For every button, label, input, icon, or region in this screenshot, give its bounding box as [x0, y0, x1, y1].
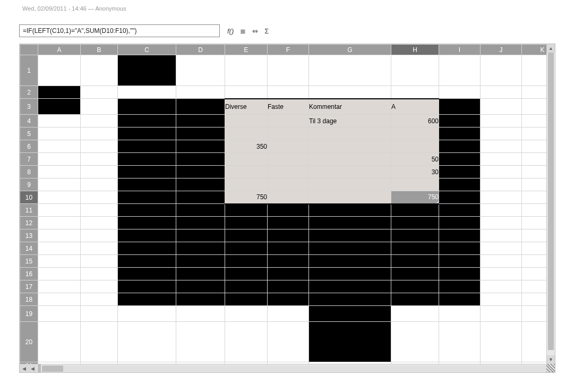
col-F[interactable]: F: [268, 45, 309, 55]
row-7: 7 50: [20, 153, 547, 166]
fill-handle[interactable]: [437, 202, 439, 204]
col-J[interactable]: J: [481, 45, 522, 55]
col-I[interactable]: I: [439, 45, 481, 55]
col-header-row: A B C D E F G H I J K: [20, 45, 547, 55]
row-13: 13: [20, 229, 547, 242]
row-19: 19: [20, 306, 547, 322]
hdr-A: A: [391, 99, 439, 115]
scroll-left-far-icon[interactable]: ◀: [28, 364, 37, 373]
rowhead-3[interactable]: 3: [20, 99, 38, 115]
col-D[interactable]: D: [176, 45, 225, 55]
row-5: 5: [20, 127, 547, 140]
row-6: 6 350: [20, 140, 547, 153]
row-18: 18: [20, 293, 547, 306]
formula-toolbar: f() ≣ ⇔ Σ: [0, 12, 566, 41]
corner-cell[interactable]: [20, 45, 38, 55]
hdr-diverse: Diverse: [225, 99, 268, 115]
col-A[interactable]: A: [38, 45, 81, 55]
v-scroll-thumb[interactable]: [548, 53, 554, 350]
h-scroll-split[interactable]: [38, 364, 41, 373]
row-9: 9: [20, 178, 547, 191]
horizontal-scrollbar[interactable]: ◀ ◀ ▶: [20, 364, 555, 372]
formula-input[interactable]: [19, 24, 220, 37]
row-1: 1: [20, 55, 547, 86]
rowhead-2[interactable]: 2: [20, 86, 38, 99]
scroll-left-icon[interactable]: ◀: [20, 364, 28, 373]
col-K[interactable]: K: [522, 45, 547, 55]
post-meta: Wed, 02/09/2011 - 14:46 — Anonymous: [0, 0, 566, 12]
row-4: 4 Til 3 dage 600: [20, 115, 547, 127]
indent-icon[interactable]: ≣: [240, 27, 246, 35]
rowhead-10[interactable]: 10: [20, 191, 38, 204]
cell-C1[interactable]: [118, 55, 176, 86]
selected-cell-value: 750: [428, 193, 439, 201]
spreadsheet-area: A B C D E F G H I J K 1 2: [19, 44, 555, 373]
fx-icon[interactable]: f(): [227, 27, 234, 35]
col-C[interactable]: C: [118, 45, 176, 55]
row-12: 12: [20, 217, 547, 229]
vertical-scrollbar[interactable]: ▲ ▼: [546, 44, 555, 364]
row-8: 8 30: [20, 166, 547, 178]
row-10: 10 750 750: [20, 191, 547, 204]
selected-cell[interactable]: 750: [391, 191, 439, 204]
row-3: 3 Diverse Faste Kommentar A: [20, 99, 547, 115]
row-17: 17: [20, 280, 547, 293]
scroll-up-icon[interactable]: ▲: [547, 44, 555, 53]
row-11: 11: [20, 204, 547, 217]
h-scroll-thumb[interactable]: [42, 365, 63, 372]
hdr-kommentar: Kommentar: [309, 99, 391, 115]
sum-icon[interactable]: Σ: [264, 27, 269, 35]
row-20: 20: [20, 322, 547, 362]
row-16: 16: [20, 268, 547, 280]
row-2: 2: [20, 86, 547, 99]
h-scroll-track[interactable]: [63, 365, 546, 372]
row-15: 15: [20, 255, 547, 268]
col-B[interactable]: B: [81, 45, 118, 55]
row-14: 14: [20, 242, 547, 255]
rowhead-1[interactable]: 1: [20, 55, 38, 86]
sheet-table[interactable]: A B C D E F G H I J K 1 2: [20, 44, 546, 364]
hdr-faste: Faste: [268, 99, 309, 115]
col-E[interactable]: E: [225, 45, 268, 55]
link-icon[interactable]: ⇔: [252, 27, 258, 35]
resize-grip-icon[interactable]: [546, 364, 555, 372]
col-G[interactable]: G: [309, 45, 391, 55]
grid[interactable]: A B C D E F G H I J K 1 2: [20, 44, 546, 364]
col-H[interactable]: H: [391, 45, 439, 55]
scroll-down-icon[interactable]: ▼: [547, 355, 555, 364]
